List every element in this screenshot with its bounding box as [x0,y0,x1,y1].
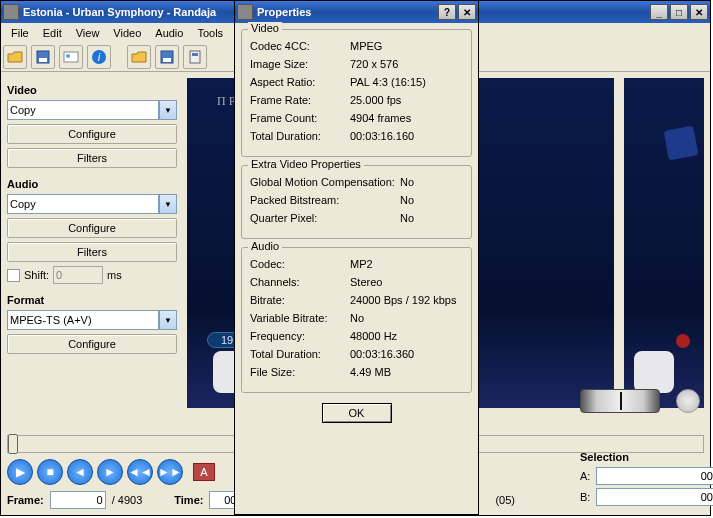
prev-button[interactable]: ◄ [67,459,93,485]
play-button[interactable]: ▶ [7,459,33,485]
prop-val: 48000 Hz [350,330,463,342]
prop-val: 24000 Bps / 192 kbps [350,294,463,306]
scrubber-thumb[interactable] [8,434,18,454]
prop-val: MPEG [350,40,463,52]
format-configure-button[interactable]: Configure [7,334,177,354]
prop-key: File Size: [250,366,350,378]
prop-key: Aspect Ratio: [250,76,350,88]
prop-key: Global Motion Compensation: [250,176,400,188]
shift-unit: ms [107,269,122,281]
image-icon[interactable] [59,45,83,69]
close-button[interactable]: ✕ [690,4,708,20]
shift-input[interactable] [53,266,103,284]
video-configure-button[interactable]: Configure [7,124,177,144]
prop-key: Codec: [250,258,350,270]
time-extra: (05) [495,494,515,506]
prop-val: 00:03:16.160 [350,130,463,142]
save2-icon[interactable] [155,45,179,69]
calc-icon[interactable] [183,45,207,69]
dropdown-icon[interactable]: ▼ [159,194,177,214]
format-section-label: Format [7,294,177,306]
open-icon[interactable] [3,45,27,69]
format-input[interactable] [7,310,159,330]
prop-val: No [400,176,463,188]
frame-label: Frame: [7,494,44,506]
prop-key: Bitrate: [250,294,350,306]
video-mode-input[interactable] [7,100,159,120]
sel-b-input[interactable] [596,488,713,506]
properties-dialog: Properties ? ✕ Video Codec 4CC:MPEG Imag… [234,0,479,515]
dialog-title: Properties [257,6,438,18]
prop-val: MP2 [350,258,463,270]
video-preview-right [624,78,704,408]
next-button[interactable]: ► [97,459,123,485]
info-icon[interactable]: i [87,45,111,69]
prop-key: Image Size: [250,58,350,70]
video-filters-button[interactable]: Filters [7,148,177,168]
prop-val: 25.000 fps [350,94,463,106]
shift-label: Shift: [24,269,49,281]
volume-button[interactable] [676,389,700,413]
extra-video-group: Extra Video Properties Global Motion Com… [241,165,472,239]
video-group: Video Codec 4CC:MPEG Image Size:720 x 57… [241,29,472,157]
toolbar-separator [115,45,123,69]
dialog-close-button[interactable]: ✕ [458,4,476,20]
menu-edit[interactable]: Edit [37,25,68,41]
menu-video[interactable]: Video [107,25,147,41]
prop-key: Quarter Pixel: [250,212,400,224]
prop-key: Total Duration: [250,348,350,360]
svg-point-3 [66,54,70,58]
audio-filters-button[interactable]: Filters [7,242,177,262]
rewind-button[interactable]: ◄◄ [127,459,153,485]
svg-rect-9 [192,53,198,56]
stop-button[interactable]: ■ [37,459,63,485]
prop-key: Frame Count: [250,112,350,124]
sel-a-input[interactable] [596,467,713,485]
svg-rect-8 [190,51,200,63]
mark-a-button[interactable]: A [193,463,215,481]
minimize-button[interactable]: _ [650,4,668,20]
time-label: Time: [174,494,203,506]
dropdown-icon[interactable]: ▼ [159,100,177,120]
prop-key: Codec 4CC: [250,40,350,52]
prop-val: 4904 frames [350,112,463,124]
menu-file[interactable]: File [5,25,35,41]
save-icon[interactable] [31,45,55,69]
prop-val: 4.49 MB [350,366,463,378]
audio-group-title: Audio [248,240,282,252]
format-select[interactable]: ▼ [7,310,177,330]
audio-configure-button[interactable]: Configure [7,218,177,238]
menu-tools[interactable]: Tools [191,25,229,41]
prop-key: Packed Bitstream: [250,194,400,206]
app-icon [3,4,19,20]
prop-key: Channels: [250,276,350,288]
selection-label: Selection [580,451,700,463]
svg-rect-2 [64,52,78,62]
prop-val: No [350,312,463,324]
dialog-titlebar: Properties ? ✕ [235,1,478,23]
audio-mode-input[interactable] [7,194,159,214]
help-button[interactable]: ? [438,4,456,20]
video-section-label: Video [7,84,177,96]
dropdown-icon[interactable]: ▼ [159,310,177,330]
prop-val: Stereo [350,276,463,288]
prop-val: 00:03:16.360 [350,348,463,360]
shift-checkbox[interactable] [7,269,20,282]
audio-section-label: Audio [7,178,177,190]
menu-view[interactable]: View [70,25,106,41]
video-mode-select[interactable]: ▼ [7,100,177,120]
svg-rect-1 [39,58,47,62]
preview-logo [664,126,699,161]
forward-button[interactable]: ►► [157,459,183,485]
prop-key: Frame Rate: [250,94,350,106]
preview-dot [676,334,690,348]
maximize-button[interactable]: □ [670,4,688,20]
video-group-title: Video [248,22,282,34]
open2-icon[interactable] [127,45,151,69]
ok-button[interactable]: OK [322,403,392,423]
frame-input[interactable] [50,491,106,509]
jog-dial[interactable] [580,389,660,413]
prop-val: 720 x 576 [350,58,463,70]
audio-mode-select[interactable]: ▼ [7,194,177,214]
menu-audio[interactable]: Audio [149,25,189,41]
